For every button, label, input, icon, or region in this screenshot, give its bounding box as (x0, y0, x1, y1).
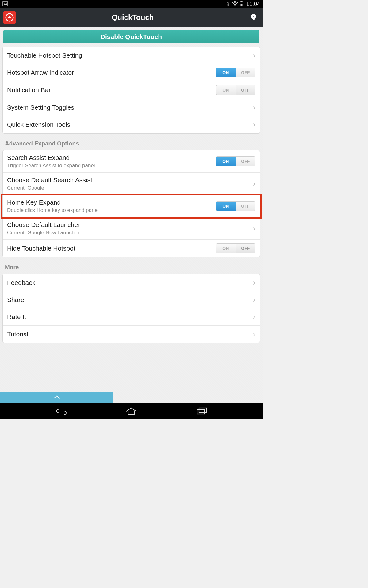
row-hide-touchable-hotspot[interactable]: Hide Touchable Hotspot ON OFF (3, 240, 260, 257)
expand-panel-handle[interactable] (0, 392, 113, 403)
row-touchable-hotspot-setting[interactable]: Touchable Hotspot Setting › (3, 47, 260, 64)
svg-rect-5 (240, 4, 242, 6)
row-title: Rate It (7, 313, 251, 321)
row-share[interactable]: Share › (3, 291, 260, 308)
svg-rect-10 (199, 408, 206, 413)
toggle-off-label: OFF (236, 68, 255, 77)
toggle-hotspot-arrow[interactable]: ON OFF (216, 68, 255, 77)
toggle-on-label: ON (216, 157, 236, 166)
row-title: Touchable Hotspot Setting (7, 52, 251, 59)
chevron-right-icon: › (253, 296, 255, 304)
app-header: QuickTouch T (0, 8, 263, 27)
row-title: Hide Touchable Hotspot (7, 245, 216, 252)
row-title: Tutorial (7, 330, 251, 338)
section-header-more: More (0, 260, 263, 274)
tips-icon[interactable]: T (250, 13, 258, 21)
row-title: Choose Default Launcher (7, 221, 251, 228)
row-rate-it[interactable]: Rate It › (3, 308, 260, 326)
nav-bar (0, 403, 263, 419)
row-title: Share (7, 296, 251, 303)
picture-icon (2, 1, 8, 7)
nav-home-button[interactable] (121, 405, 141, 417)
toggle-off-label: OFF (236, 202, 255, 211)
row-title: Home Key Expand (7, 199, 216, 206)
toggle-search-assist-expand[interactable]: ON OFF (216, 156, 255, 166)
chevron-right-icon: › (253, 120, 255, 129)
row-choose-search-assist[interactable]: Choose Default Search Assist Current: Go… (3, 173, 260, 195)
bluetooth-icon (226, 1, 230, 7)
content-area: Disable QuickTouch Touchable Hotspot Set… (0, 27, 263, 403)
row-subtitle: Current: Google Now Launcher (7, 230, 251, 236)
svg-rect-0 (3, 2, 8, 6)
row-subtitle: Double click Home key to expand panel (7, 207, 216, 213)
chevron-right-icon: › (253, 51, 255, 60)
chevron-right-icon: › (253, 313, 255, 321)
toggle-hide-hotspot[interactable]: ON OFF (216, 243, 255, 253)
settings-group-advanced: Search Assist Expand Trigger Search Assi… (2, 150, 260, 257)
row-title: Hotspot Arraw Indicator (7, 69, 216, 76)
row-notification-bar[interactable]: Notification Bar ON OFF (3, 81, 260, 99)
status-time: 11:04 (246, 1, 260, 7)
toggle-on-label: ON (216, 202, 236, 211)
row-title: Notification Bar (7, 86, 216, 94)
row-search-assist-expand[interactable]: Search Assist Expand Trigger Search Assi… (3, 150, 260, 173)
chevron-right-icon: › (253, 330, 255, 338)
nav-back-button[interactable] (51, 405, 71, 417)
status-bar: 11:04 (0, 0, 263, 8)
disable-quicktouch-button[interactable]: Disable QuickTouch (3, 30, 259, 43)
toggle-on-label: ON (216, 68, 236, 77)
chevron-right-icon: › (253, 278, 255, 287)
row-title: System Setting Toggles (7, 104, 251, 111)
chevron-right-icon: › (253, 179, 255, 188)
toggle-off-label: OFF (236, 157, 255, 166)
nav-recent-button[interactable] (192, 405, 212, 417)
toggle-off-label: OFF (236, 244, 255, 253)
row-choose-launcher[interactable]: Choose Default Launcher Current: Google … (3, 217, 260, 240)
row-quick-extension-tools[interactable]: Quick Extension Tools › (3, 116, 260, 133)
row-title: Choose Default Search Assist (7, 176, 251, 184)
toggle-notification-bar[interactable]: ON OFF (216, 85, 255, 95)
svg-rect-7 (253, 19, 255, 20)
row-subtitle: Current: Google (7, 185, 251, 191)
toggle-home-key-expand[interactable]: ON OFF (216, 201, 255, 211)
row-title: Quick Extension Tools (7, 121, 251, 128)
row-feedback[interactable]: Feedback › (3, 274, 260, 291)
row-subtitle: Trigger Search Assist to expand panel (7, 163, 216, 169)
row-hotspot-arrow-indicator[interactable]: Hotspot Arraw Indicator ON OFF (3, 64, 260, 81)
row-home-key-expand[interactable]: Home Key Expand Double click Home key to… (3, 195, 260, 217)
toggle-on-label: ON (216, 85, 236, 95)
svg-rect-9 (197, 409, 205, 414)
row-system-setting-toggles[interactable]: System Setting Toggles › (3, 99, 260, 116)
toggle-off-label: OFF (236, 85, 255, 95)
app-title: QuickTouch (16, 13, 250, 22)
svg-point-2 (234, 5, 235, 6)
row-title: Search Assist Expand (7, 154, 216, 161)
toggle-on-label: ON (216, 244, 236, 253)
settings-group-main: Touchable Hotspot Setting › Hotspot Arra… (2, 47, 260, 134)
svg-text:T: T (253, 15, 255, 18)
wifi-icon (232, 1, 238, 7)
settings-group-more: Feedback › Share › Rate It › Tutorial › (2, 274, 260, 343)
row-title: Feedback (7, 279, 251, 286)
chevron-right-icon: › (253, 103, 255, 112)
section-header-advanced: Advanced Expand Options (0, 137, 263, 150)
row-tutorial[interactable]: Tutorial › (3, 326, 260, 343)
battery-icon (240, 1, 243, 7)
svg-marker-1 (3, 3, 7, 5)
chevron-right-icon: › (253, 224, 255, 233)
app-icon (3, 11, 16, 24)
